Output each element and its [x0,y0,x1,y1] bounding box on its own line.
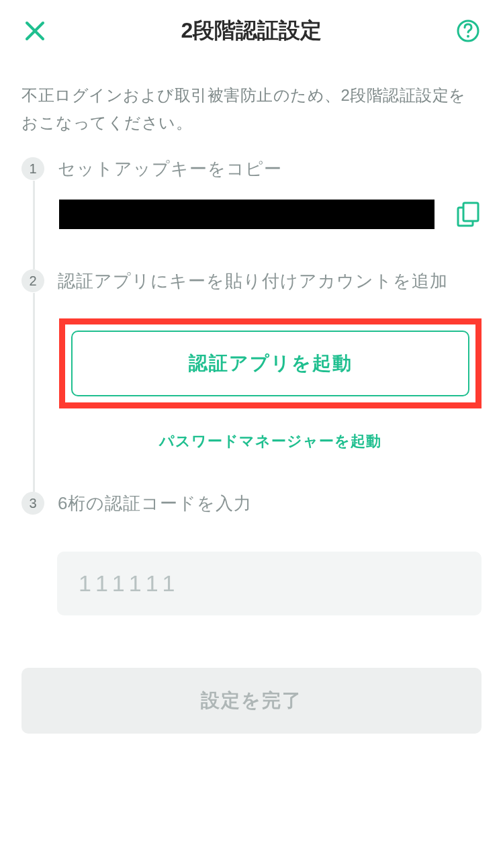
header: 2段階認証設定 [0,0,503,54]
page-title: 2段階認証設定 [50,16,453,46]
step-3-number: 3 [21,492,44,515]
copy-icon[interactable] [455,201,482,228]
launch-password-manager-link[interactable]: パスワードマネージャーを起動 [59,408,482,451]
auth-code-input[interactable] [57,552,482,615]
step-3-header: 3 6桁の認証コードを入力 [21,492,482,515]
help-icon[interactable] [453,16,483,46]
step-3-label: 6桁の認証コードを入力 [58,492,252,515]
step-1-body [33,181,482,269]
step-3-body [33,515,482,656]
step-2-label: 認証アプリにキーを貼り付けアカウントを追加 [58,269,448,293]
submit-button[interactable]: 設定を完了 [21,668,482,734]
launch-auth-app-button[interactable]: 認証アプリを起動 [71,331,469,396]
step-2-header: 2 認証アプリにキーを貼り付けアカウントを追加 [21,269,482,293]
step-1-number: 1 [21,157,44,180]
setup-key-redacted [59,200,435,229]
svg-rect-5 [463,203,478,221]
close-icon[interactable] [20,16,50,46]
step-2-body: 認証アプリを起動 パスワードマネージャーを起動 [33,293,482,492]
step-1-header: 1 セットアップキーをコピー [21,157,482,181]
step-1-label: セットアップキーをコピー [58,157,282,181]
description-text: 不正ログインおよび取引被害防止のため、2段階認証設定をおこなってください。 [0,54,503,157]
step-2-number: 2 [21,269,44,292]
highlight-frame: 認証アプリを起動 [59,318,482,408]
svg-point-3 [467,35,469,38]
